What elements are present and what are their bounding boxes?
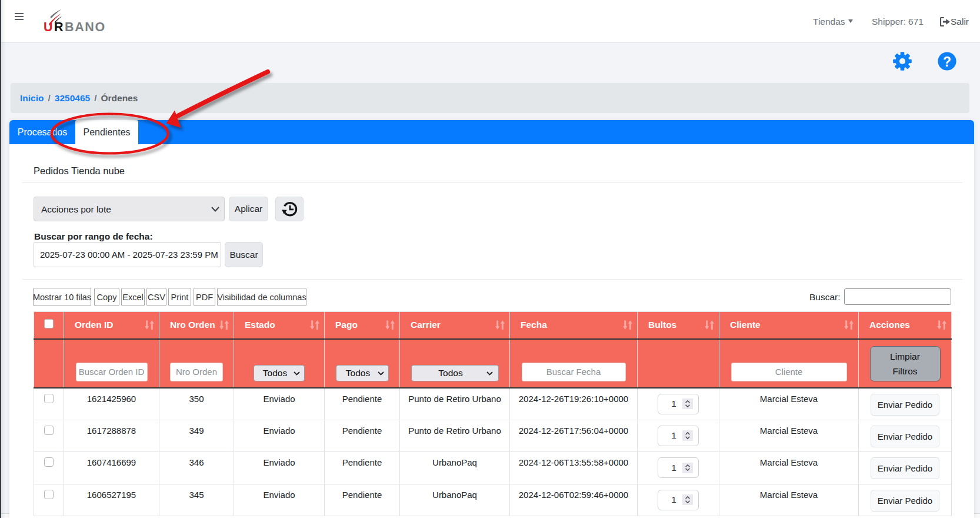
- svg-text:BANO: BANO: [65, 20, 106, 34]
- svg-text:?: ?: [943, 54, 951, 69]
